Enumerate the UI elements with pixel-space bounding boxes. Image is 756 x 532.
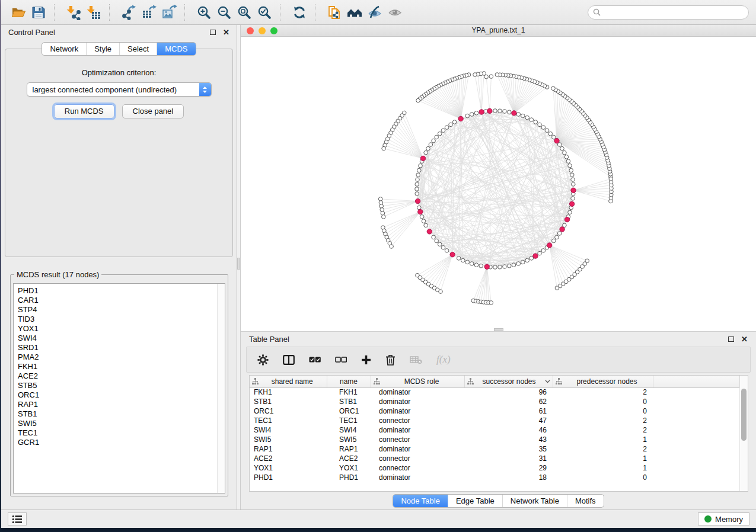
table-cell[interactable]	[653, 406, 739, 416]
table-row[interactable]: ORC1ORC1dominator610	[250, 406, 739, 416]
zoom-out-button[interactable]	[214, 3, 234, 22]
run-mcds-button[interactable]: Run MCDS	[54, 104, 114, 118]
table-cell[interactable]: 0	[553, 406, 653, 416]
zoom-in-button[interactable]	[194, 3, 214, 22]
table-cell[interactable]: ACE2	[327, 454, 371, 463]
apply-layout-button[interactable]	[289, 3, 310, 22]
table-cell[interactable]: connector	[371, 454, 464, 463]
table-cell[interactable]: 43	[464, 435, 553, 444]
table-cell[interactable]: 29	[464, 463, 553, 473]
zoom-fit-button[interactable]	[234, 3, 254, 22]
minimize-window-icon[interactable]	[259, 27, 266, 34]
table-cell[interactable]	[653, 416, 739, 425]
table-cell[interactable]: 31	[464, 454, 553, 463]
table-cell[interactable]: STB1	[250, 397, 327, 406]
table-cell[interactable]: 1	[553, 454, 653, 463]
table-row[interactable]: YOX1YOX1connector291	[250, 463, 739, 473]
tab-network-table[interactable]: Network Table	[502, 495, 567, 507]
table-scrollbar-thumb[interactable]	[741, 389, 747, 441]
table-cell[interactable]: dominator	[371, 406, 464, 416]
hide-selected-button[interactable]	[365, 3, 385, 22]
tab-node-table[interactable]: Node Table	[393, 495, 448, 507]
tab-mcds[interactable]: MCDS	[157, 43, 195, 55]
tab-select[interactable]: Select	[119, 43, 157, 55]
import-table-button[interactable]	[84, 3, 104, 22]
table-cell[interactable]: connector	[371, 435, 464, 444]
table-row[interactable]: FKH1FKH1dominator962	[250, 387, 739, 397]
column-header-successor-nodes[interactable]: successor nodes	[464, 376, 553, 387]
add-column-button[interactable]	[361, 355, 371, 365]
table-settings-button[interactable]	[257, 354, 269, 366]
mcds-result-item[interactable]: STB5	[18, 381, 225, 390]
tab-network[interactable]: Network	[42, 43, 86, 55]
table-cell[interactable]: dominator	[371, 425, 464, 435]
close-window-icon[interactable]	[247, 27, 254, 34]
float-panel-icon[interactable]	[210, 30, 216, 35]
table-cell[interactable]: ORC1	[327, 406, 371, 416]
search-input[interactable]	[604, 8, 744, 17]
show-all-button[interactable]	[385, 3, 405, 22]
table-cell[interactable]: 35	[464, 444, 553, 454]
table-cell[interactable]	[653, 463, 739, 473]
close-table-panel-icon[interactable]: ✕	[741, 335, 748, 343]
table-cell[interactable]: dominator	[371, 444, 464, 454]
column-header-name[interactable]: name	[327, 376, 371, 387]
table-cell[interactable]	[653, 425, 739, 435]
import-network-button[interactable]	[63, 3, 84, 22]
mcds-result-item[interactable]: SWI5	[18, 419, 225, 428]
table-cell[interactable]: 2	[553, 387, 653, 397]
mcds-result-item[interactable]: STB1	[18, 409, 225, 419]
mcds-result-item[interactable]: PMA2	[18, 352, 225, 362]
toggle-column-view-button[interactable]	[283, 355, 295, 365]
table-cell[interactable]: PHD1	[250, 473, 327, 482]
table-cell[interactable]	[653, 435, 739, 444]
column-header-predecessor-nodes[interactable]: predecessor nodes	[553, 376, 653, 387]
table-cell[interactable]: connector	[371, 463, 464, 473]
table-cell[interactable]: FKH1	[327, 387, 371, 397]
open-session-button[interactable]	[8, 3, 28, 22]
table-cell[interactable]: 2	[553, 416, 653, 425]
table-cell[interactable]	[653, 454, 739, 463]
network-canvas[interactable]	[241, 37, 756, 331]
table-row[interactable]: RAP1RAP1dominator352	[250, 444, 739, 454]
tab-edge-table[interactable]: Edge Table	[448, 495, 502, 507]
mcds-result-item[interactable]: ACE2	[18, 371, 225, 381]
tab-motifs[interactable]: Motifs	[567, 495, 604, 507]
table-cell[interactable]: FKH1	[250, 387, 327, 397]
table-cell[interactable]: YOX1	[250, 463, 327, 473]
table-cell[interactable]: 18	[464, 473, 553, 482]
table-cell[interactable]: 62	[464, 397, 553, 406]
table-cell[interactable]: ORC1	[250, 406, 327, 416]
table-cell[interactable]: dominator	[371, 397, 464, 406]
table-cell[interactable]: 61	[464, 406, 553, 416]
deselect-all-columns-button[interactable]	[335, 357, 347, 363]
table-cell[interactable]: 47	[464, 416, 553, 425]
table-cell[interactable]: 2	[553, 444, 653, 454]
column-header-MCDS-role[interactable]: MCDS role	[371, 376, 464, 387]
export-image-button[interactable]	[159, 3, 179, 22]
mcds-result-item[interactable]: PHD1	[18, 286, 225, 296]
select-all-columns-button[interactable]	[309, 357, 321, 363]
table-cell[interactable]: TEC1	[250, 416, 327, 425]
table-scrollbar[interactable]	[739, 376, 748, 491]
table-cell[interactable]: SWI5	[250, 435, 327, 444]
table-cell[interactable]: 96	[464, 387, 553, 397]
table-cell[interactable]: dominator	[371, 473, 464, 482]
export-network-button[interactable]	[119, 3, 139, 22]
table-row[interactable]: TEC1TEC1connector472	[250, 416, 739, 425]
tab-style[interactable]: Style	[86, 43, 119, 55]
table-cell[interactable]: TEC1	[327, 416, 371, 425]
new-network-from-selection-button[interactable]	[324, 3, 344, 22]
table-row[interactable]: STB1STB1dominator620	[250, 397, 739, 406]
table-cell[interactable]: 0	[553, 397, 653, 406]
delete-column-button[interactable]	[385, 354, 395, 366]
table-row[interactable]: SWI4SWI4dominator462	[250, 425, 739, 435]
mcds-list-scrollbar[interactable]	[217, 284, 225, 493]
criterion-select[interactable]: largest connected component (undirected)	[27, 82, 212, 97]
zoom-selected-button[interactable]	[254, 3, 275, 22]
table-cell[interactable]: 46	[464, 425, 553, 435]
table-cell[interactable]: STB1	[327, 397, 371, 406]
mcds-result-item[interactable]: SWI4	[18, 334, 225, 343]
save-session-button[interactable]	[28, 3, 49, 22]
table-cell[interactable]	[653, 444, 739, 454]
